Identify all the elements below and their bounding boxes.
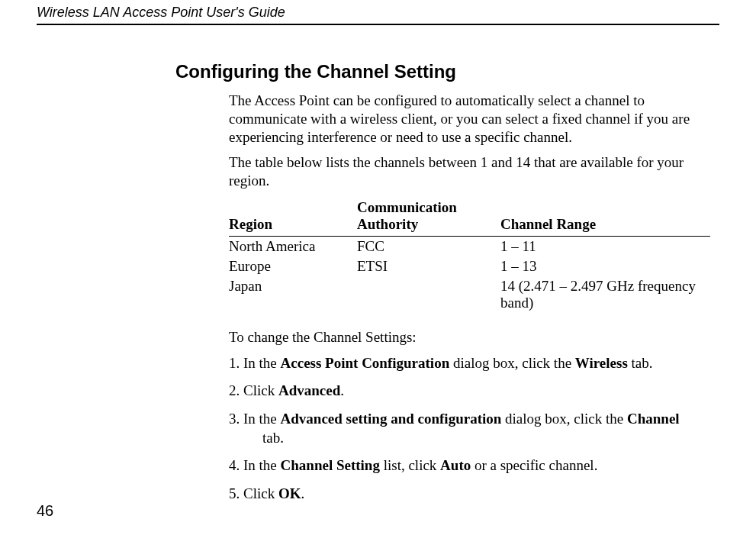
step-bold: Advanced	[278, 382, 340, 398]
step-text: 2. Click	[229, 382, 278, 398]
running-header-text: Wireless LAN Access Point User's Guide	[37, 5, 285, 20]
step-bold: Advanced setting and configuration	[281, 411, 502, 427]
cell-region: Europe	[229, 256, 357, 276]
step-text: tab.	[628, 355, 653, 371]
body-block: The Access Point can be configured to au…	[229, 92, 710, 504]
step-bold: Auto	[440, 457, 471, 473]
step-text: 3. In the	[229, 411, 281, 427]
steps-intro: To change the Channel Settings:	[229, 328, 710, 346]
table-row: Europe ETSI 1 – 13	[229, 256, 710, 276]
intro-paragraph-1: The Access Point can be configured to au…	[229, 92, 710, 146]
step-bold: Wireless	[575, 355, 628, 371]
cell-range: 1 – 11	[500, 236, 710, 256]
step-item: 1. In the Access Point Configuration dia…	[229, 354, 710, 373]
cell-authority: FCC	[357, 236, 500, 256]
running-header: Wireless LAN Access Point User's Guide	[37, 5, 719, 25]
step-text: 4. In the	[229, 457, 281, 473]
step-text: 1. In the	[229, 355, 281, 371]
step-text: dialog box, click the	[449, 355, 575, 371]
step-continuation: tab.	[246, 429, 710, 448]
step-item: 2. Click Advanced.	[229, 382, 710, 401]
cell-range: 1 – 13	[500, 256, 710, 276]
document-page: Wireless LAN Access Point User's Guide C…	[0, 0, 756, 535]
step-item: 4. In the Channel Setting list, click Au…	[229, 456, 710, 475]
cell-region: North America	[229, 236, 357, 256]
step-bold: Channel Setting	[281, 457, 380, 473]
th-region: Region	[229, 198, 357, 237]
th-authority: Communication Authority	[357, 198, 500, 237]
table-row: North America FCC 1 – 11	[229, 236, 710, 256]
steps-list: 1. In the Access Point Configuration dia…	[229, 354, 710, 504]
section-heading: Configuring the Channel Setting	[175, 61, 710, 82]
cell-region: Japan	[229, 276, 357, 313]
step-item: 5. Click OK.	[229, 485, 710, 504]
step-text: or a specific channel.	[471, 457, 597, 473]
step-bold: Channel	[627, 411, 680, 427]
step-text: list, click	[380, 457, 440, 473]
step-bold: Access Point Configuration	[281, 355, 450, 371]
step-bold: OK	[278, 485, 301, 501]
step-text: .	[340, 382, 344, 398]
th-authority-line2: Authority	[357, 216, 418, 232]
th-range: Channel Range	[500, 198, 710, 237]
page-number: 46	[37, 502, 53, 520]
table-header-row: Region Communication Authority Channel R…	[229, 198, 710, 237]
step-text: .	[301, 485, 304, 501]
step-text: 5. Click	[229, 485, 278, 501]
cell-authority	[357, 276, 500, 313]
cell-authority: ETSI	[357, 256, 500, 276]
step-item: 3. In the Advanced setting and configura…	[229, 410, 710, 447]
intro-paragraph-2: The table below lists the channels betwe…	[229, 153, 710, 190]
step-text: dialog box, click the	[501, 411, 627, 427]
main-content: Configuring the Channel Setting The Acce…	[175, 61, 710, 513]
table-row: Japan 14 (2.471 – 2.497 GHz frequency ba…	[229, 276, 710, 313]
th-authority-line1: Communication	[357, 199, 457, 215]
channel-table: Region Communication Authority Channel R…	[229, 198, 710, 313]
cell-range: 14 (2.471 – 2.497 GHz frequency band)	[500, 276, 710, 313]
